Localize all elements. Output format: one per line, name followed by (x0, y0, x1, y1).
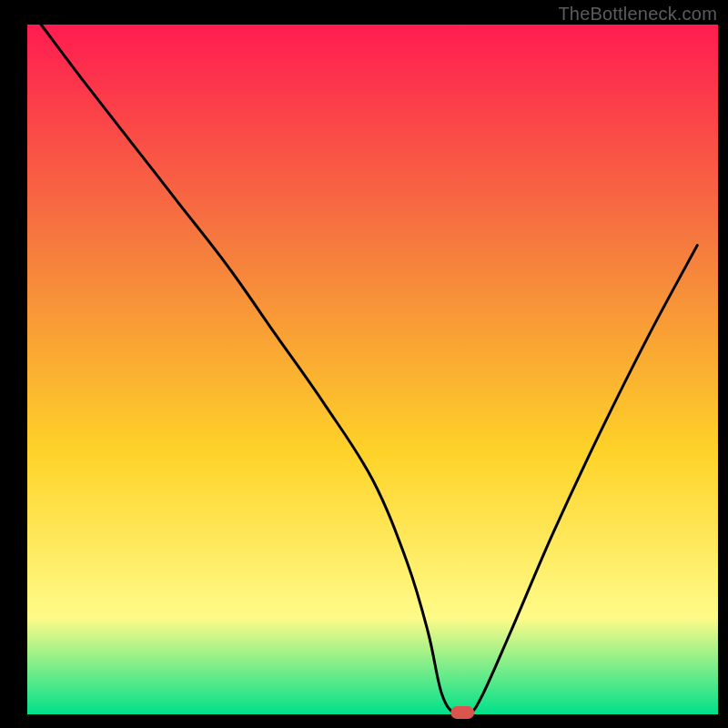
plot-background (27, 25, 718, 714)
minimum-marker (450, 706, 474, 719)
chart-wrapper: TheBottleneck.com (0, 0, 728, 728)
attribution-text: TheBottleneck.com (558, 4, 717, 25)
bottleneck-chart (0, 0, 728, 728)
